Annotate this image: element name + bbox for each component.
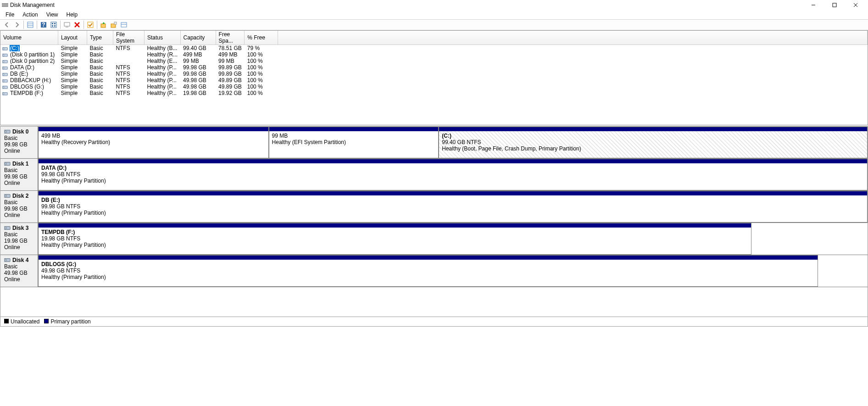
partition-bar <box>39 191 867 195</box>
svg-rect-17 <box>88 22 93 28</box>
partition-bar <box>269 127 439 131</box>
column-header[interactable]: Type <box>87 31 113 45</box>
partition[interactable]: TEMPDB (F:)19.98 GB NTFSHealthy (Primary… <box>38 223 751 255</box>
disk-graph: DATA (D:)99.98 GB NTFSHealthy (Primary P… <box>38 159 868 190</box>
partition[interactable]: DB (E:)99.98 GB NTFSHealthy (Primary Par… <box>38 191 868 222</box>
svg-point-46 <box>5 227 7 229</box>
partition[interactable]: 99 MBHealthy (EFI System Partition) <box>269 127 439 158</box>
column-header[interactable]: Free Spa... <box>216 31 245 45</box>
action2-button[interactable] <box>109 20 119 30</box>
disk-row[interactable]: Disk 2Basic99.98 GBOnlineDB (E:)99.98 GB… <box>0 191 868 223</box>
partition-bar <box>39 223 751 228</box>
partition[interactable]: (C:)99.40 GB NTFSHealthy (Boot, Page Fil… <box>439 127 868 158</box>
legend: Unallocated Primary partition <box>0 317 868 327</box>
toolbar: ? <box>0 19 868 30</box>
disk-row[interactable]: Disk 3Basic19.98 GBOnlineTEMPDB (F:)19.9… <box>0 223 868 255</box>
action1-button[interactable] <box>99 20 109 30</box>
svg-point-48 <box>5 259 7 261</box>
disk-row[interactable]: Disk 4Basic49.98 GBOnlineDBLOGS (G:)49.9… <box>0 255 868 287</box>
column-header[interactable]: % Free <box>245 31 278 45</box>
disk-graph: DB (E:)99.98 GB NTFSHealthy (Primary Par… <box>38 191 868 222</box>
svg-point-28 <box>3 61 4 62</box>
svg-point-40 <box>5 131 7 133</box>
delete-button[interactable] <box>72 20 82 30</box>
disk-graph: DBLOGS (G:)49.98 GB NTFSHealthy (Primary… <box>38 255 868 287</box>
refresh-button[interactable] <box>49 20 59 30</box>
svg-point-24 <box>3 48 4 50</box>
svg-point-42 <box>5 163 7 165</box>
volume-list-pane[interactable]: VolumeLayoutTypeFile SystemStatusCapacit… <box>0 30 868 125</box>
svg-point-32 <box>3 74 4 75</box>
show-hide-tree-button[interactable] <box>25 20 35 30</box>
maximize-button[interactable] <box>824 0 845 10</box>
disk-graphical-pane[interactable]: Disk 0Basic99.98 GBOnline499 MBHealthy (… <box>0 127 868 317</box>
disk-label: Disk 3Basic19.98 GBOnline <box>0 223 38 255</box>
table-row[interactable]: DB (E:)SimpleBasicNTFSHealthy (P...99.98… <box>0 71 868 77</box>
disk-graph: TEMPDB (F:)19.98 GB NTFSHealthy (Primary… <box>38 223 868 255</box>
menu-help[interactable]: Help <box>63 11 82 19</box>
window-title: Disk Management <box>10 2 803 8</box>
svg-rect-1 <box>2 6 8 7</box>
svg-rect-0 <box>2 4 8 5</box>
svg-rect-11 <box>51 22 56 28</box>
table-row[interactable]: DATA (D:)SimpleBasicNTFSHealthy (P...99.… <box>0 64 868 71</box>
svg-rect-20 <box>114 22 117 24</box>
disk-label: Disk 2Basic99.98 GBOnline <box>0 191 38 222</box>
settings-button[interactable] <box>62 20 72 30</box>
svg-rect-15 <box>54 25 56 27</box>
table-row[interactable]: DBBACKUP (H:)SimpleBasicNTFSHealthy (P..… <box>0 77 868 83</box>
column-header[interactable]: Status <box>144 31 180 45</box>
menubar: File Action View Help <box>0 10 868 19</box>
app-icon <box>2 2 8 8</box>
partition-bar <box>39 256 818 260</box>
svg-rect-6 <box>28 22 33 28</box>
minimize-button[interactable] <box>803 0 824 10</box>
legend-primary: Primary partition <box>44 318 90 325</box>
partition-bar <box>39 159 867 163</box>
menu-file[interactable]: File <box>2 11 18 19</box>
svg-point-34 <box>3 80 4 82</box>
table-row[interactable]: TEMPDB (F:)SimpleBasicNTFSHealthy (P...1… <box>0 90 868 96</box>
disk-graph: 499 MBHealthy (Recovery Partition)99 MBH… <box>38 127 868 158</box>
disk-label: Disk 0Basic99.98 GBOnline <box>0 127 38 158</box>
table-row[interactable]: (Disk 0 partition 2)SimpleBasicHealthy (… <box>0 58 868 64</box>
svg-point-44 <box>5 195 7 197</box>
svg-rect-18 <box>101 24 106 28</box>
column-header[interactable]: Volume <box>0 31 58 45</box>
partition[interactable]: 499 MBHealthy (Recovery Partition) <box>38 127 269 158</box>
disk-row[interactable]: Disk 0Basic99.98 GBOnline499 MBHealthy (… <box>0 127 868 159</box>
action3-button[interactable] <box>119 20 129 30</box>
partition-bar <box>439 127 867 131</box>
legend-unallocated: Unallocated <box>4 318 39 325</box>
partition[interactable]: DBLOGS (G:)49.98 GB NTFSHealthy (Primary… <box>38 255 818 287</box>
menu-action[interactable]: Action <box>19 11 41 19</box>
column-header[interactable]: Layout <box>58 31 87 45</box>
column-header[interactable]: File System <box>113 31 144 45</box>
svg-rect-3 <box>833 3 836 7</box>
back-button[interactable] <box>2 20 12 30</box>
disk-label: Disk 1Basic99.98 GBOnline <box>0 159 38 190</box>
checkmark-button[interactable] <box>85 20 95 30</box>
close-button[interactable] <box>845 0 866 10</box>
svg-rect-14 <box>52 25 53 27</box>
svg-point-38 <box>3 93 4 95</box>
help-button[interactable]: ? <box>39 20 49 30</box>
table-row[interactable]: (Disk 0 partition 1)SimpleBasicHealthy (… <box>0 51 868 58</box>
titlebar: Disk Management <box>0 0 868 10</box>
table-row[interactable]: DBLOGS (G:)SimpleBasicNTFSHealthy (P...4… <box>0 83 868 90</box>
svg-point-36 <box>3 87 4 88</box>
volume-table[interactable]: VolumeLayoutTypeFile SystemStatusCapacit… <box>0 31 868 96</box>
partition[interactable]: DATA (D:)99.98 GB NTFSHealthy (Primary P… <box>38 159 868 190</box>
svg-text:?: ? <box>42 22 45 28</box>
partition-bar <box>39 127 268 131</box>
disk-row[interactable]: Disk 1Basic99.98 GBOnlineDATA (D:)99.98 … <box>0 159 868 191</box>
svg-point-26 <box>3 55 4 56</box>
table-row[interactable]: (C:)SimpleBasicNTFSHealthy (B...99.40 GB… <box>0 45 868 52</box>
svg-rect-21 <box>121 22 127 27</box>
menu-view[interactable]: View <box>43 11 62 19</box>
forward-button[interactable] <box>12 20 22 30</box>
disk-label: Disk 4Basic49.98 GBOnline <box>0 255 38 287</box>
svg-rect-12 <box>52 23 53 24</box>
column-header[interactable]: Capacity <box>180 31 216 45</box>
svg-rect-16 <box>64 22 70 26</box>
